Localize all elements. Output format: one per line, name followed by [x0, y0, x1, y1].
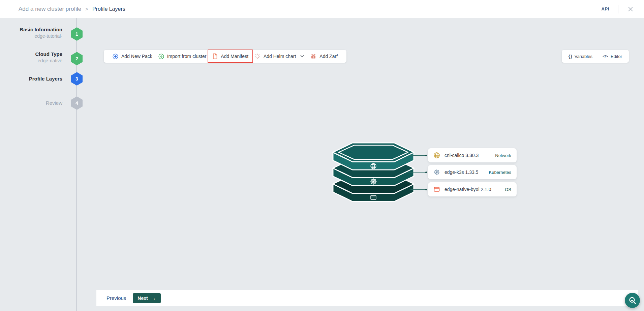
step-hexagon-done: 1	[71, 27, 83, 41]
header-divider	[618, 5, 618, 13]
pack-type-tag: Network	[495, 153, 511, 158]
stepper-step-review[interactable]: Review 4	[0, 100, 83, 106]
layer-actions-toolbar: Add New Pack Import from cluster Add Man…	[104, 50, 346, 63]
connector-network	[410, 155, 426, 156]
stepper-step-cloud-type[interactable]: Cloud Type edge-native 2	[0, 51, 83, 64]
layer-card-kubernetes[interactable]: edge-k3s 1.33.5 Kubernetes	[428, 165, 517, 179]
pack-name: cni-calico 3.30.3	[444, 153, 479, 158]
editor-button[interactable]: </> Editor	[603, 54, 622, 59]
import-from-cluster-label: Import from cluster	[167, 54, 207, 59]
connector-dot	[425, 189, 427, 190]
stepper-step-basic-information[interactable]: Basic Information edge-tutorial- 1	[0, 26, 83, 39]
circle-plus-icon	[113, 54, 118, 59]
step-hexagon-done: 2	[71, 52, 83, 65]
import-from-cluster-button[interactable]: Import from cluster	[158, 54, 207, 59]
stepper-step-profile-layers[interactable]: Profile Layers 3	[0, 75, 83, 82]
step-sublabel: edge-native	[0, 58, 62, 64]
pack-type-tag: Kubernetes	[489, 170, 512, 175]
add-manifest-button[interactable]: Add Manifest	[212, 53, 248, 59]
step-label: Cloud Type	[0, 51, 62, 58]
add-new-pack-button[interactable]: Add New Pack	[113, 54, 152, 59]
connector-kubernetes	[408, 172, 426, 173]
close-icon[interactable]	[627, 6, 634, 12]
layer-card-os[interactable]: edge-native-byoi 2.1.0 OS	[428, 182, 517, 196]
side-tools-bar: { } Variables </> Editor	[562, 50, 629, 63]
layer-network[interactable]	[333, 143, 414, 170]
api-link[interactable]: API	[602, 6, 609, 11]
connector-dot	[425, 155, 427, 156]
magnifier-smile-icon	[628, 296, 637, 305]
variables-button[interactable]: { } Variables	[569, 54, 592, 59]
layer-card-network[interactable]: cni-calico 3.30.3 Network	[428, 148, 517, 162]
add-manifest-label: Add Manifest	[221, 54, 248, 59]
next-button[interactable]: Next →	[133, 293, 160, 303]
globe-icon	[433, 152, 440, 159]
step-hexagon-active: 3	[71, 72, 83, 86]
step-label: Review	[0, 100, 62, 106]
helm-wheel-icon	[254, 53, 260, 59]
pack-name: edge-k3s 1.33.5	[444, 169, 478, 175]
kubernetes-wheel-icon	[370, 178, 377, 185]
next-label: Next	[137, 296, 148, 301]
header: Add a new cluster profile > Profile Laye…	[0, 0, 644, 18]
pack-name: edge-native-byoi 2.1.0	[444, 187, 491, 192]
zarf-package-icon	[310, 54, 316, 59]
chevron-down-icon	[300, 55, 304, 58]
add-helm-chart-label: Add Helm chart	[264, 54, 296, 59]
breadcrumb-parent[interactable]: Add a new cluster profile	[19, 6, 81, 12]
cluster-profile-wizard: Add a new cluster profile > Profile Laye…	[0, 0, 644, 311]
add-helm-chart-button[interactable]: Add Helm chart	[254, 53, 304, 59]
helm-wheel-icon	[433, 169, 440, 176]
add-zarf-label: Add Zarf	[319, 54, 338, 59]
connector-os	[410, 189, 426, 190]
connector-dot	[425, 172, 427, 173]
breadcrumb-separator: >	[85, 6, 88, 12]
profile-layer-stack[interactable]	[331, 142, 416, 206]
step-label: Profile Layers	[0, 75, 62, 82]
add-new-pack-label: Add New Pack	[121, 54, 152, 59]
variables-label: Variables	[575, 54, 592, 59]
step-sublabel: edge-tutorial-	[0, 33, 62, 39]
manifest-file-icon	[212, 53, 218, 59]
pack-type-tag: OS	[505, 187, 511, 192]
help-beacon-button[interactable]	[625, 293, 640, 308]
circle-arrow-down-icon	[158, 54, 164, 59]
page-title: Profile Layers	[92, 6, 125, 12]
wizard-footer: Previous Next →	[96, 290, 638, 306]
step-hexagon-pending: 4	[71, 96, 83, 110]
code-icon: </>	[603, 54, 608, 58]
arrow-right-icon: →	[151, 296, 156, 301]
editor-label: Editor	[611, 54, 622, 59]
previous-button[interactable]: Previous	[106, 295, 126, 301]
braces-icon: { }	[569, 54, 572, 59]
os-window-icon	[433, 186, 440, 193]
step-label: Basic Information	[0, 26, 62, 33]
add-zarf-button[interactable]: Add Zarf	[310, 54, 338, 59]
